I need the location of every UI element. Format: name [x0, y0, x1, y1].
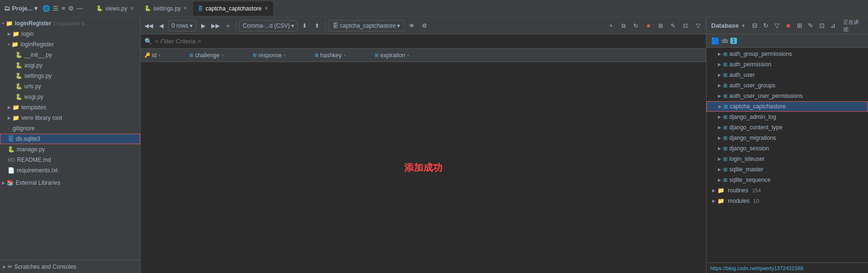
eye-btn[interactable]: 👁	[407, 21, 417, 31]
db-table-django-migrations[interactable]: ▶ ⊞ django_migrations	[706, 133, 868, 143]
sidebar-item-settings[interactable]: 🐍 settings.py	[0, 71, 140, 81]
sidebar-item-loginregister[interactable]: ▾ 📁 loginRegister	[0, 39, 140, 50]
sidebar-item-requirements[interactable]: 📄 requirements.txt	[0, 165, 140, 176]
gear-icon[interactable]: ⚙	[68, 5, 74, 12]
download-btn[interactable]: ⬇	[299, 21, 310, 31]
db-table-sqlite-sequence[interactable]: ▶ ⊞ sqlite_sequence	[706, 175, 868, 185]
chevron-right-icon: ▶	[712, 199, 715, 203]
sort-icon[interactable]: ▾	[158, 53, 161, 58]
copy-row-btn[interactable]: ⧉	[618, 21, 629, 31]
db-name: db	[722, 38, 728, 44]
nav-first-btn[interactable]: ◀◀	[143, 21, 154, 31]
stop-db-btn[interactable]: ■	[784, 21, 793, 31]
db-table-auth-group-perm[interactable]: ▶ ⊞ auth_group_permissions	[706, 49, 868, 59]
folder-icon: 🗂	[4, 5, 10, 12]
layout-btn[interactable]: ⊟	[750, 21, 759, 31]
list2-icon[interactable]: ≡	[61, 5, 65, 12]
db-table-auth-user-groups[interactable]: ▶ ⊞ auth_user_groups	[706, 80, 868, 91]
edit-btn[interactable]: ✎	[668, 21, 678, 31]
nav-last-btn[interactable]: ▶▶	[210, 21, 221, 31]
export-db-btn[interactable]: ⊡	[817, 21, 827, 31]
modules-count: 10	[753, 198, 759, 204]
right-toolbar: + ⊟ ↻ ▽ ■ ⊞ ✎ ⊡ ⊿ 正在讲述:	[739, 19, 863, 33]
add-datasource-btn[interactable]: +	[739, 21, 748, 31]
table-icon: ⊞	[723, 62, 727, 68]
txt-icon: 📄	[8, 167, 15, 174]
table-view-btn[interactable]: ⊞	[655, 21, 666, 31]
stop-btn[interactable]: ■	[643, 21, 654, 31]
column-headers: 🔑 id ▾ ⊞ challenge ▾ ⊞ response ▾ ⊞ hash…	[141, 49, 706, 62]
sidebar-item-venv[interactable]: ▶ 📁 venv library root	[0, 113, 140, 123]
sidebar-item-login[interactable]: ▶ 📁 login	[0, 29, 140, 39]
db-table-auth-perm[interactable]: ▶ ⊞ auth_permission	[706, 59, 868, 70]
upload-btn[interactable]: ⬆	[312, 21, 322, 31]
export-btn[interactable]: ⊡	[680, 21, 691, 31]
py-icon: 🐍	[96, 5, 103, 11]
format-dropdown[interactable]: Comma-...d (CSV) ▾	[239, 20, 297, 32]
db-table-login-siteuser[interactable]: ▶ ⊞ login_siteuser	[706, 154, 868, 164]
sidebar-item-wsgi[interactable]: 🐍 wsgi.py	[0, 92, 140, 102]
filter2-db-btn[interactable]: ⊿	[828, 21, 838, 31]
db-routines[interactable]: ▶ 📁 routines 154	[706, 185, 868, 196]
refresh-db-btn[interactable]: ↻	[761, 21, 771, 31]
table-dropdown[interactable]: 🗄 captcha_captchastore ▾	[328, 20, 405, 32]
sidebar-item-label: venv library root	[21, 115, 62, 121]
refresh-btn[interactable]: ↻	[631, 21, 641, 31]
sidebar-item-readme[interactable]: MD README.md	[0, 155, 140, 165]
sidebar-item-templates[interactable]: ▶ 📁 templates	[0, 102, 140, 113]
sidebar-item-init[interactable]: 🐍 __init__.py	[0, 50, 140, 60]
chevron-down-icon: ▾	[190, 22, 193, 29]
root-label: loginRegister	[15, 20, 51, 27]
settings-btn[interactable]: ⚙	[419, 21, 429, 31]
sort-icon[interactable]: ▾	[222, 53, 224, 58]
col-label: challenge	[195, 52, 219, 59]
db-table-auth-user-user-perm[interactable]: ▶ ⊞ auth_user_user_permissions	[706, 91, 868, 101]
db-table-django-session[interactable]: ▶ ⊞ django_session	[706, 143, 868, 154]
nav-prev-btn[interactable]: ◀	[156, 21, 166, 31]
edit-db-btn[interactable]: ✎	[806, 21, 816, 31]
sidebar-item-urls[interactable]: 🐍 urls.py	[0, 81, 140, 92]
chevron-right-icon: ▶	[718, 178, 721, 182]
sidebar-item-root[interactable]: ▾ 📁 loginRegister D:\pycharm p...	[0, 18, 140, 29]
sidebar-item-scratches[interactable]: ▶ ✏ Scratches and Consoles	[0, 260, 140, 273]
sidebar-item-manage[interactable]: 🐍 manage.py	[0, 144, 140, 155]
folder-icon: 📁	[12, 104, 20, 111]
sort-icon[interactable]: ▾	[284, 53, 286, 58]
sort-icon[interactable]: ▾	[344, 53, 346, 58]
table-icon: ⊞	[253, 52, 256, 58]
filter-input[interactable]	[155, 38, 702, 45]
globe-icon[interactable]: 🌐	[42, 5, 50, 12]
tab-captcha[interactable]: 🗄 captcha_captchastore ✕	[193, 1, 273, 16]
rows-dropdown[interactable]: 0 rows ▾	[168, 20, 196, 32]
tab-views[interactable]: 🐍 views.py ✕	[92, 1, 139, 16]
close-icon[interactable]: ✕	[264, 5, 268, 11]
table-icon: 🗄	[333, 22, 338, 29]
nav-more-btn[interactable]: »	[223, 21, 233, 31]
sidebar-item-label: templates	[21, 104, 46, 111]
db-modules[interactable]: ▶ 📁 modules 10	[706, 196, 868, 206]
chevron-right-icon: ▶	[718, 115, 721, 119]
filter-db-btn[interactable]: ▽	[772, 21, 782, 31]
sidebar-item-db[interactable]: 🗄 db.sqlite3	[0, 134, 140, 144]
db-table-captcha[interactable]: ▶ ⊞ captcha_captchastore	[706, 101, 868, 112]
grid-btn[interactable]: ⊞	[795, 21, 804, 31]
sidebar-item-gitignore[interactable]: · .gitignore	[0, 123, 140, 134]
tab-settings[interactable]: 🐍 settings.py ✕	[140, 1, 192, 16]
list-icon[interactable]: ☰	[53, 5, 59, 12]
close-icon[interactable]: ✕	[183, 5, 187, 11]
close-icon[interactable]: ✕	[130, 5, 134, 11]
db-table-auth-user[interactable]: ▶ ⊞ auth_user	[706, 70, 868, 80]
nav-next-btn[interactable]: ▶	[198, 21, 208, 31]
minimize-icon[interactable]: —	[77, 5, 83, 12]
sidebar-item-external-libs[interactable]: ▶ 📚 External Libraries	[0, 178, 140, 188]
db-table-sqlite-master[interactable]: ▶ ⊞ sqlite_master	[706, 164, 868, 175]
db-toolbar: ◀◀ ◀ 0 rows ▾ ▶ ▶▶ » Comma-...d (CSV) ▾ …	[141, 17, 706, 34]
db-table-django-admin[interactable]: ▶ ⊞ django_admin_log	[706, 112, 868, 122]
sidebar-external-libs-label: External Libraries	[16, 179, 60, 186]
sidebar-item-asgi[interactable]: 🐍 asgi.py	[0, 60, 140, 71]
sort-icon[interactable]: ▾	[407, 53, 409, 58]
db-table-django-content[interactable]: ▶ ⊞ django_content_type	[706, 122, 868, 133]
filter-btn[interactable]: ▽	[693, 21, 703, 31]
add-row-btn[interactable]: +	[606, 21, 616, 31]
scratches-label: Scratches and Consoles	[14, 263, 76, 270]
